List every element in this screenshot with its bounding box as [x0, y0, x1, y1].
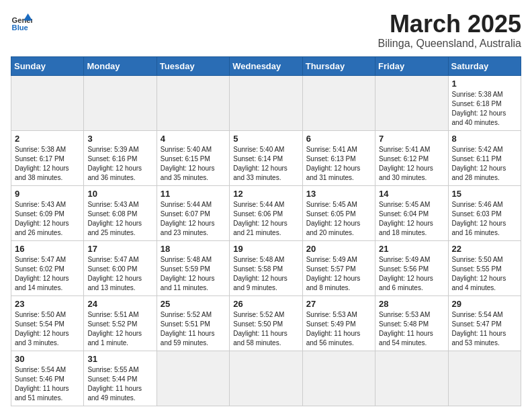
- day-number: 6: [306, 134, 371, 144]
- calendar-row: 2Sunrise: 5:38 AM Sunset: 6:17 PM Daylig…: [11, 130, 521, 185]
- day-number: 16: [15, 244, 80, 254]
- calendar-cell: [375, 351, 448, 406]
- calendar-cell: [84, 75, 157, 130]
- calendar-cell: 7Sunrise: 5:41 AM Sunset: 6:12 PM Daylig…: [375, 130, 448, 185]
- calendar-cell: 16Sunrise: 5:47 AM Sunset: 6:02 PM Dayli…: [11, 240, 84, 295]
- day-info: Sunrise: 5:50 AM Sunset: 5:54 PM Dayligh…: [15, 310, 80, 348]
- day-info: Sunrise: 5:54 AM Sunset: 5:46 PM Dayligh…: [15, 365, 80, 403]
- calendar-cell: 24Sunrise: 5:51 AM Sunset: 5:52 PM Dayli…: [84, 295, 157, 351]
- day-info: Sunrise: 5:41 AM Sunset: 6:12 PM Dayligh…: [379, 145, 444, 183]
- weekday-header-row: SundayMondayTuesdayWednesdayThursdayFrid…: [11, 56, 521, 75]
- calendar-cell: 8Sunrise: 5:42 AM Sunset: 6:11 PM Daylig…: [448, 130, 521, 185]
- day-number: 22: [452, 244, 517, 254]
- day-info: Sunrise: 5:43 AM Sunset: 6:08 PM Dayligh…: [87, 200, 152, 238]
- day-number: 9: [15, 189, 80, 199]
- weekday-header-monday: Monday: [84, 56, 157, 75]
- day-info: Sunrise: 5:41 AM Sunset: 6:13 PM Dayligh…: [306, 145, 371, 183]
- calendar-row: 16Sunrise: 5:47 AM Sunset: 6:02 PM Dayli…: [11, 240, 521, 295]
- calendar-cell: 11Sunrise: 5:44 AM Sunset: 6:07 PM Dayli…: [157, 185, 229, 240]
- day-info: Sunrise: 5:48 AM Sunset: 5:59 PM Dayligh…: [161, 255, 226, 293]
- day-info: Sunrise: 5:46 AM Sunset: 6:03 PM Dayligh…: [452, 200, 517, 238]
- day-info: Sunrise: 5:45 AM Sunset: 6:04 PM Dayligh…: [379, 200, 444, 238]
- calendar-cell: 19Sunrise: 5:48 AM Sunset: 5:58 PM Dayli…: [230, 240, 302, 295]
- calendar-cell: 20Sunrise: 5:49 AM Sunset: 5:57 PM Dayli…: [302, 240, 375, 295]
- calendar-cell: 31Sunrise: 5:55 AM Sunset: 5:44 PM Dayli…: [84, 351, 157, 406]
- day-number: 27: [306, 299, 371, 309]
- day-info: Sunrise: 5:44 AM Sunset: 6:06 PM Dayligh…: [233, 200, 298, 238]
- calendar-cell: 25Sunrise: 5:52 AM Sunset: 5:51 PM Dayli…: [157, 295, 229, 351]
- day-info: Sunrise: 5:38 AM Sunset: 6:17 PM Dayligh…: [15, 145, 80, 183]
- day-number: 29: [452, 299, 517, 309]
- calendar: SundayMondayTuesdayWednesdayThursdayFrid…: [11, 56, 521, 406]
- calendar-cell: 22Sunrise: 5:50 AM Sunset: 5:55 PM Dayli…: [448, 240, 521, 295]
- day-info: Sunrise: 5:40 AM Sunset: 6:15 PM Dayligh…: [161, 145, 226, 183]
- day-info: Sunrise: 5:51 AM Sunset: 5:52 PM Dayligh…: [87, 310, 152, 348]
- calendar-cell: 30Sunrise: 5:54 AM Sunset: 5:46 PM Dayli…: [11, 351, 84, 406]
- day-info: Sunrise: 5:50 AM Sunset: 5:55 PM Dayligh…: [452, 255, 517, 293]
- day-number: 20: [306, 244, 371, 254]
- day-number: 17: [87, 244, 152, 254]
- calendar-cell: [448, 351, 521, 406]
- day-info: Sunrise: 5:52 AM Sunset: 5:51 PM Dayligh…: [161, 310, 226, 348]
- day-number: 19: [233, 244, 298, 254]
- month-title: March 2025: [378, 11, 521, 38]
- day-info: Sunrise: 5:39 AM Sunset: 6:16 PM Dayligh…: [87, 145, 152, 183]
- day-info: Sunrise: 5:53 AM Sunset: 5:48 PM Dayligh…: [379, 310, 444, 348]
- calendar-cell: 9Sunrise: 5:43 AM Sunset: 6:09 PM Daylig…: [11, 185, 84, 240]
- calendar-cell: [11, 75, 84, 130]
- calendar-cell: 4Sunrise: 5:40 AM Sunset: 6:15 PM Daylig…: [157, 130, 229, 185]
- day-number: 31: [87, 354, 152, 364]
- calendar-cell: [302, 75, 375, 130]
- calendar-cell: 26Sunrise: 5:52 AM Sunset: 5:50 PM Dayli…: [230, 295, 302, 351]
- calendar-cell: 2Sunrise: 5:38 AM Sunset: 6:17 PM Daylig…: [11, 130, 84, 185]
- calendar-row: 23Sunrise: 5:50 AM Sunset: 5:54 PM Dayli…: [11, 295, 521, 351]
- day-number: 2: [15, 134, 80, 144]
- calendar-cell: 1Sunrise: 5:38 AM Sunset: 6:18 PM Daylig…: [448, 75, 521, 130]
- calendar-cell: 29Sunrise: 5:54 AM Sunset: 5:47 PM Dayli…: [448, 295, 521, 351]
- weekday-header-wednesday: Wednesday: [230, 56, 302, 75]
- calendar-cell: 6Sunrise: 5:41 AM Sunset: 6:13 PM Daylig…: [302, 130, 375, 185]
- day-number: 4: [161, 134, 226, 144]
- weekday-header-sunday: Sunday: [11, 56, 84, 75]
- calendar-cell: [302, 351, 375, 406]
- day-info: Sunrise: 5:44 AM Sunset: 6:07 PM Dayligh…: [161, 200, 226, 238]
- calendar-cell: 12Sunrise: 5:44 AM Sunset: 6:06 PM Dayli…: [230, 185, 302, 240]
- day-number: 18: [161, 244, 226, 254]
- page-header: General Blue March 2025 Bilinga, Queensl…: [11, 11, 521, 50]
- day-number: 21: [379, 244, 444, 254]
- weekday-header-thursday: Thursday: [302, 56, 375, 75]
- calendar-cell: 17Sunrise: 5:47 AM Sunset: 6:00 PM Dayli…: [84, 240, 157, 295]
- calendar-cell: 13Sunrise: 5:45 AM Sunset: 6:05 PM Dayli…: [302, 185, 375, 240]
- day-info: Sunrise: 5:48 AM Sunset: 5:58 PM Dayligh…: [233, 255, 298, 293]
- day-number: 7: [379, 134, 444, 144]
- calendar-cell: 28Sunrise: 5:53 AM Sunset: 5:48 PM Dayli…: [375, 295, 448, 351]
- calendar-cell: 3Sunrise: 5:39 AM Sunset: 6:16 PM Daylig…: [84, 130, 157, 185]
- calendar-cell: [157, 351, 229, 406]
- logo: General Blue: [11, 11, 32, 32]
- day-info: Sunrise: 5:49 AM Sunset: 5:57 PM Dayligh…: [306, 255, 371, 293]
- calendar-cell: [230, 75, 302, 130]
- calendar-cell: 18Sunrise: 5:48 AM Sunset: 5:59 PM Dayli…: [157, 240, 229, 295]
- calendar-cell: 21Sunrise: 5:49 AM Sunset: 5:56 PM Dayli…: [375, 240, 448, 295]
- weekday-header-saturday: Saturday: [448, 56, 521, 75]
- day-number: 1: [452, 79, 517, 89]
- logo-icon: General Blue: [11, 11, 32, 32]
- day-number: 28: [379, 299, 444, 309]
- day-number: 5: [233, 134, 298, 144]
- day-info: Sunrise: 5:45 AM Sunset: 6:05 PM Dayligh…: [306, 200, 371, 238]
- calendar-cell: [375, 75, 448, 130]
- calendar-row: 1Sunrise: 5:38 AM Sunset: 6:18 PM Daylig…: [11, 75, 521, 130]
- calendar-row: 30Sunrise: 5:54 AM Sunset: 5:46 PM Dayli…: [11, 351, 521, 406]
- calendar-cell: 15Sunrise: 5:46 AM Sunset: 6:03 PM Dayli…: [448, 185, 521, 240]
- day-number: 24: [87, 299, 152, 309]
- calendar-cell: 10Sunrise: 5:43 AM Sunset: 6:08 PM Dayli…: [84, 185, 157, 240]
- day-info: Sunrise: 5:47 AM Sunset: 6:00 PM Dayligh…: [87, 255, 152, 293]
- calendar-cell: 5Sunrise: 5:40 AM Sunset: 6:14 PM Daylig…: [230, 130, 302, 185]
- day-number: 12: [233, 189, 298, 199]
- calendar-row: 9Sunrise: 5:43 AM Sunset: 6:09 PM Daylig…: [11, 185, 521, 240]
- day-number: 26: [233, 299, 298, 309]
- day-info: Sunrise: 5:52 AM Sunset: 5:50 PM Dayligh…: [233, 310, 298, 348]
- location-title: Bilinga, Queensland, Australia: [378, 38, 521, 50]
- calendar-cell: 27Sunrise: 5:53 AM Sunset: 5:49 PM Dayli…: [302, 295, 375, 351]
- svg-text:Blue: Blue: [12, 24, 28, 32]
